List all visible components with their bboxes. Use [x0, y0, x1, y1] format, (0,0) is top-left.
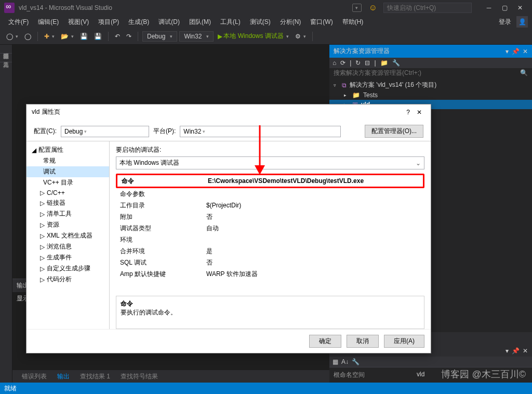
quick-launch-input[interactable]: [383, 3, 472, 13]
new-project-button[interactable]: ✚: [42, 32, 57, 41]
prop-description: 命令 要执行的调试命令。: [116, 296, 424, 329]
nav-back-button[interactable]: ◯: [4, 32, 20, 41]
dialog-title: vld 属性页: [32, 108, 60, 116]
menu-test[interactable]: 测试(S): [246, 17, 275, 28]
server-explorer-tab[interactable]: 服务器资源管理器: [0, 45, 12, 54]
se-sync-icon[interactable]: ⟳: [340, 59, 345, 67]
menu-file[interactable]: 文件(F): [4, 17, 33, 28]
tree-node-debug[interactable]: 调试: [26, 166, 109, 177]
tree-node-general[interactable]: 常规: [26, 155, 109, 166]
user-avatar-icon[interactable]: 👤: [516, 16, 528, 28]
prop-row-mergeenv[interactable]: 合并环境是: [116, 245, 424, 257]
undo-button[interactable]: ↶: [113, 32, 122, 41]
props-wrench-icon[interactable]: 🔧: [352, 358, 360, 365]
solution-node[interactable]: ▿⧉ 解决方案 'vld_vs14' (16 个项目): [329, 80, 532, 90]
menu-help[interactable]: 帮助(H): [338, 17, 368, 28]
tree-node-cc[interactable]: ▷ C/C++: [26, 188, 109, 198]
feedback-icon[interactable]: ☺: [369, 3, 377, 12]
config-manager-button[interactable]: 配置管理器(O)...: [365, 125, 423, 138]
tree-node-browse[interactable]: ▷ 浏览信息: [26, 241, 109, 252]
open-button[interactable]: 📂: [59, 32, 76, 41]
notifications-icon[interactable]: ▾: [352, 4, 362, 12]
prop-row-amp[interactable]: Amp 默认快捷键WARP 软件加速器: [116, 268, 424, 280]
close-button[interactable]: ✕: [512, 2, 528, 14]
platform-dropdown[interactable]: Win32: [179, 31, 214, 42]
toolbox-tab[interactable]: 工具箱: [0, 54, 12, 62]
signin-link[interactable]: 登录: [495, 17, 515, 28]
tree-node-res[interactable]: ▷ 资源: [26, 219, 109, 230]
se-collapse-icon[interactable]: ⊟: [365, 59, 370, 67]
prop-row-sql[interactable]: SQL 调试否: [116, 257, 424, 268]
menu-edit[interactable]: 编辑(E): [34, 17, 63, 28]
props-cat-icon[interactable]: ▦: [332, 358, 338, 365]
tree-node-linker[interactable]: ▷ 链接器: [26, 198, 109, 208]
se-home-icon[interactable]: ⌂: [332, 59, 336, 67]
se-props-icon[interactable]: 🔧: [392, 59, 400, 67]
dialog-nav-tree[interactable]: ◢ 配置属性 常规 调试 VC++ 目录 ▷ C/C++ ▷ 链接器 ▷ 清单工…: [26, 141, 110, 329]
maximize-button[interactable]: ▢: [497, 2, 512, 14]
tab-find-symbol[interactable]: 查找符号结果: [115, 371, 163, 383]
tree-node-buildevt[interactable]: ▷ 生成事件: [26, 252, 109, 263]
tree-node-custom[interactable]: ▷ 自定义生成步骤: [26, 263, 109, 274]
ok-button[interactable]: 确定: [309, 335, 341, 348]
props-az-icon[interactable]: A↓: [341, 358, 349, 365]
menu-project[interactable]: 项目(P): [94, 17, 123, 28]
prop-rootns-value[interactable]: vld: [417, 371, 424, 379]
vs-logo-icon: [4, 3, 15, 13]
debugger-select-value: 本地 Windows 调试器: [119, 159, 179, 167]
tree-node-codean[interactable]: ▷ 代码分析: [26, 274, 109, 285]
props-close-icon[interactable]: ✕: [523, 347, 528, 354]
menu-analyze[interactable]: 分析(N): [276, 17, 305, 28]
apply-button[interactable]: 应用(A): [384, 335, 424, 348]
pin-icon[interactable]: 📌: [512, 48, 520, 55]
tab-find1[interactable]: 查找结果 1: [75, 371, 115, 383]
panel-close-icon[interactable]: ✕: [523, 48, 528, 55]
property-pages-dialog: vld 属性页 ? ✕ 配置(C): Debug 平台(P): Win32 配置…: [26, 104, 431, 353]
tab-output[interactable]: 输出: [52, 371, 75, 383]
solution-label: 解决方案 'vld_vs14' (16 个项目): [350, 81, 436, 89]
debug-target-dropdown[interactable]: ⚙: [293, 32, 308, 41]
prop-row-env[interactable]: 环境: [116, 234, 424, 245]
menu-debug[interactable]: 调试(D): [154, 17, 184, 28]
tree-node[interactable]: 配置属性: [38, 146, 63, 154]
solution-search-input[interactable]: [334, 69, 520, 76]
search-icon[interactable]: 🔍: [520, 69, 528, 76]
tree-node-manifest[interactable]: ▷ 清单工具: [26, 208, 109, 219]
start-debug-button[interactable]: ▶ 本地 Windows 调试器: [216, 31, 290, 42]
minimize-button[interactable]: ─: [481, 2, 497, 14]
redo-button[interactable]: ↷: [124, 32, 134, 41]
prop-row-command[interactable]: 命令 E:\Cworkspace\VSDemo\testVLD\Debug\te…: [117, 175, 423, 187]
menu-team[interactable]: 团队(M): [185, 17, 215, 28]
se-showall-icon[interactable]: 📁: [380, 59, 388, 67]
prop-row-dbgtype[interactable]: 调试器类型自动: [116, 222, 424, 234]
nav-forward-button[interactable]: ◯: [22, 32, 33, 41]
save-all-button[interactable]: 💾: [92, 32, 104, 41]
props-dropdown-icon[interactable]: ▾: [506, 347, 509, 354]
save-button[interactable]: 💾: [78, 32, 90, 41]
debugger-select[interactable]: 本地 Windows 调试器 ⌄: [116, 156, 424, 169]
platform-combo[interactable]: Win32: [180, 126, 341, 137]
prop-rootns-label: 根命名空间: [334, 371, 417, 379]
tab-error-list[interactable]: 错误列表: [17, 371, 52, 383]
config-label: 配置(C):: [34, 127, 57, 136]
cancel-button[interactable]: 取消: [347, 335, 379, 348]
menu-view[interactable]: 视图(V): [64, 17, 93, 28]
window-title: vld_vs14 - Microsoft Visual Studio: [19, 4, 112, 11]
config-combo[interactable]: Debug: [61, 126, 149, 137]
prop-row-workdir[interactable]: 工作目录$(ProjectDir): [116, 200, 424, 211]
props-pin-icon[interactable]: 📌: [512, 347, 520, 354]
panel-dropdown-icon[interactable]: ▾: [506, 48, 509, 55]
se-refresh-icon[interactable]: ↻: [355, 59, 361, 67]
menu-window[interactable]: 窗口(W): [306, 17, 337, 28]
tree-node-xmldoc[interactable]: ▷ XML 文档生成器: [26, 230, 109, 241]
dialog-close-icon[interactable]: ✕: [413, 109, 425, 116]
prop-row-args[interactable]: 命令参数: [116, 188, 424, 200]
prop-row-attach[interactable]: 附加否: [116, 211, 424, 222]
menu-tools[interactable]: 工具(L): [216, 17, 245, 28]
menu-build[interactable]: 生成(B): [124, 17, 153, 28]
dialog-help-icon[interactable]: ?: [406, 109, 410, 116]
config-dropdown[interactable]: Debug: [142, 31, 177, 42]
solution-explorer-title: 解决方案资源管理器: [334, 47, 390, 56]
tree-folder-tests[interactable]: ▸ 📁 Tests: [329, 90, 532, 100]
tree-node-vcdir[interactable]: VC++ 目录: [26, 177, 109, 188]
